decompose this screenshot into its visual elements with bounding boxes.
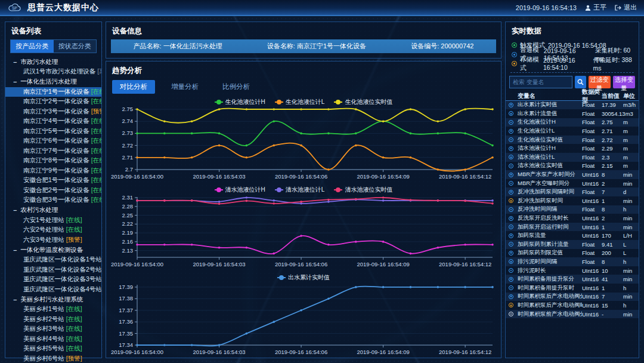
device-tree-item[interactable]: 美丽乡村2号站[在线] bbox=[5, 315, 101, 325]
tree-group[interactable]: −农村污水处理 bbox=[5, 205, 101, 216]
legend-item[interactable]: 生化池液位计H bbox=[215, 98, 265, 106]
table-row[interactable]: 反洗泵开启反洗时长UInt162min bbox=[506, 214, 639, 223]
variable-value: 30054.13 bbox=[602, 110, 626, 117]
device-tree-item[interactable]: 南京江宁3号一体化设备[预警] bbox=[5, 107, 101, 117]
table-row[interactable]: 出水累计流量值Float30054.13m3 bbox=[506, 109, 639, 118]
device-tree-item[interactable]: 南京江宁5号一体化设备[在线] bbox=[5, 127, 101, 137]
device-tree-item[interactable]: 安徽合肥1号一体化设备[在线] bbox=[5, 176, 101, 186]
device-tree-item[interactable]: 南京江宁4号一体化设备[在线] bbox=[5, 116, 101, 127]
device-tree-item[interactable]: 武汉1号市政污水处理设备[离线] bbox=[5, 67, 101, 77]
tree-group[interactable]: −美丽乡村污水处理系统 bbox=[5, 294, 101, 304]
table-row[interactable]: 生化池液位计HFloat2.75m bbox=[506, 118, 639, 127]
legend-item[interactable]: 清水池液位计L bbox=[275, 186, 325, 194]
device-tree-item[interactable]: 安徽合肥3号一体化设备[在线] bbox=[5, 195, 101, 205]
table-row[interactable]: 排污泥时长UInt1610min bbox=[506, 266, 639, 275]
variable-unit: L/H bbox=[623, 232, 636, 239]
legend-mark-icon bbox=[275, 101, 283, 103]
table-row[interactable]: 排污泥时间间隔Float8h bbox=[506, 257, 639, 266]
variable-value: 2.72 bbox=[602, 137, 623, 143]
row-icon-cell bbox=[509, 277, 518, 282]
col-header: 变量名 bbox=[518, 92, 582, 100]
tree-group-label: 农村污水处理 bbox=[20, 206, 58, 214]
table-row[interactable]: 反冲洗加药泵时间UInt161min bbox=[506, 196, 639, 205]
table-row[interactable]: 时间累积备用提升泵分UInt1641min bbox=[506, 275, 639, 284]
device-tree-item[interactable]: 南京江宁8号一体化设备[在线] bbox=[5, 156, 101, 166]
legend-item[interactable]: 清水池液位实时值 bbox=[334, 186, 392, 194]
device-tree-item[interactable]: 南京江宁2号一体化设备[在线] bbox=[5, 97, 101, 107]
device-tree-item[interactable]: 南京江宁6号一体化设备[在线] bbox=[5, 136, 101, 146]
table-row[interactable]: 时间累积泵后产水电动阀时UInt1615h bbox=[506, 301, 639, 310]
search-button[interactable] bbox=[575, 76, 586, 88]
sidebar-tab-0[interactable]: 按产品分类 bbox=[11, 40, 54, 53]
table-row[interactable]: 时间累积备用提升泵时UInt161h bbox=[506, 284, 639, 293]
mode-label: 存储模式 bbox=[520, 56, 540, 72]
trend-tab-0[interactable]: 对比分析 bbox=[112, 80, 155, 94]
tree-group[interactable]: −市政污水处理 bbox=[5, 57, 101, 67]
table-row[interactable]: 反冲洗加药泵间隔时间Float7d bbox=[506, 187, 639, 196]
user-menu[interactable]: 王平 bbox=[585, 3, 606, 12]
table-row[interactable]: 反冲洗时间间隔Float8h bbox=[506, 205, 639, 214]
filter-variables-button[interactable]: 过滤变量 bbox=[589, 76, 611, 88]
table-row[interactable]: MBR产水空曝时间分UInt162min bbox=[506, 179, 639, 188]
trend-tab-1[interactable]: 增量分析 bbox=[163, 80, 206, 94]
device-tree-item[interactable]: 美丽乡村4号站[在线] bbox=[5, 334, 101, 344]
sidebar-tab-1[interactable]: 按状态分类 bbox=[54, 40, 97, 53]
collapse-icon: − bbox=[13, 296, 17, 303]
variable-search-input[interactable] bbox=[509, 76, 572, 88]
device-tree-item[interactable]: 重庆武隆区一体化设备4号站[预警] bbox=[5, 285, 101, 295]
table-row[interactable]: 加药泵流量UInt16170L/H bbox=[506, 231, 639, 240]
device-name: 美丽乡村3号站 bbox=[23, 325, 64, 333]
legend-item[interactable]: 生化池液位实时值 bbox=[334, 98, 392, 106]
device-tree-item[interactable]: 南京江宁1号一体化设备[在线] bbox=[5, 87, 101, 97]
table-row[interactable]: 时间累积泵前产水电动阀分UInt16-min bbox=[506, 310, 639, 319]
device-tree-item[interactable]: 美丽乡村5号站[在线] bbox=[5, 344, 101, 354]
device-tree-item[interactable]: 六安2号处理站[在线] bbox=[5, 225, 101, 235]
device-tree-item[interactable]: 南京江宁9号一体化设备[在线] bbox=[5, 166, 101, 176]
device-tree-item[interactable]: 美丽乡村3号站[在线] bbox=[5, 324, 101, 334]
device-name: 美丽乡村2号站 bbox=[23, 315, 64, 324]
variable-target-icon bbox=[509, 198, 513, 203]
table-row[interactable]: 加药泵药剂累计流量Float9.41L bbox=[506, 240, 639, 249]
table-row[interactable]: MBR产水泵产水时间分UInt168min bbox=[506, 170, 639, 179]
row-icon-cell bbox=[509, 129, 518, 134]
table-row[interactable]: 加药泵开启运行时间UInt161min bbox=[506, 223, 639, 232]
variable-target-icon bbox=[509, 103, 513, 107]
device-tree-item[interactable]: 六安3号处理站[预警] bbox=[5, 235, 101, 245]
mode-status-icon bbox=[512, 52, 517, 57]
row-icon-cell bbox=[509, 137, 518, 142]
device-tree-item[interactable]: 重庆武隆区一体化设备1号站[预警] bbox=[5, 255, 101, 265]
variable-value: 1 bbox=[602, 198, 623, 204]
svg-text:2019-09-16 16:54:00: 2019-09-16 16:54:00 bbox=[111, 261, 163, 267]
device-status-tag: [在线] bbox=[66, 325, 82, 333]
table-row[interactable]: 清水池液位计LFloat2.3m bbox=[506, 153, 639, 162]
table-row[interactable]: 清水池液位实时值Float2.15m bbox=[506, 162, 639, 171]
device-tree-item[interactable]: 南京江宁7号一体化设备[在线] bbox=[5, 146, 101, 156]
table-row[interactable]: 出水累计实时值Float17.39m3/h bbox=[506, 101, 639, 110]
device-tree-item[interactable]: 安徽合肥2号一体化设备[在线] bbox=[5, 186, 101, 196]
tree-group[interactable]: −一体化带温度检测设备 bbox=[5, 245, 101, 255]
tree-group[interactable]: −一体化生活污水处理 bbox=[5, 77, 101, 87]
variable-unit: min bbox=[623, 215, 636, 222]
select-variables-button[interactable]: 选择变量 bbox=[613, 76, 635, 88]
row-icon-cell bbox=[509, 103, 518, 107]
device-tree-item[interactable]: 重庆武隆区一体化设备2号站[预警] bbox=[5, 265, 101, 275]
legend-item[interactable]: 出水累计实时值 bbox=[277, 273, 330, 282]
legend-item[interactable]: 清水池液位计H bbox=[215, 186, 265, 194]
table-row[interactable]: 生化池液位计LFloat2.71m bbox=[506, 127, 639, 136]
trend-tab-2[interactable]: 比例分析 bbox=[215, 80, 258, 94]
device-tree-item[interactable]: 美丽乡村1号站[在线] bbox=[5, 304, 101, 315]
device-info-panel: 设备信息 产品名称: 一体化生活污水处理设备名称: 南京江宁1号一体化设备设备编… bbox=[106, 21, 501, 59]
variable-value: 2 bbox=[602, 215, 623, 222]
svg-text:17.35: 17.35 bbox=[119, 330, 133, 337]
table-row[interactable]: 清水池液位计HFloat2.29m bbox=[506, 144, 639, 153]
table-row[interactable]: 生化池液位实时值Float2.72m bbox=[506, 136, 639, 144]
legend-item[interactable]: 生化池液位计L bbox=[275, 98, 325, 106]
device-tree-item[interactable]: 重庆武隆区一体化设备3号站[在线] bbox=[5, 275, 101, 285]
variable-name: 清水池液位计H bbox=[518, 144, 582, 152]
table-row[interactable]: 加药泵药剂限定值Float200L bbox=[506, 249, 639, 258]
device-tree-item[interactable]: 美丽乡村6号站[预警] bbox=[5, 354, 101, 363]
logout-button[interactable]: 退出 bbox=[615, 3, 637, 12]
table-row[interactable]: 时间累积泵后产水电动阀分UInt167min bbox=[506, 293, 639, 302]
device-tree-item[interactable]: 六安1号处理站[在线] bbox=[5, 216, 101, 226]
svg-text:2019-09-16 16:54:12: 2019-09-16 16:54:12 bbox=[439, 261, 491, 267]
